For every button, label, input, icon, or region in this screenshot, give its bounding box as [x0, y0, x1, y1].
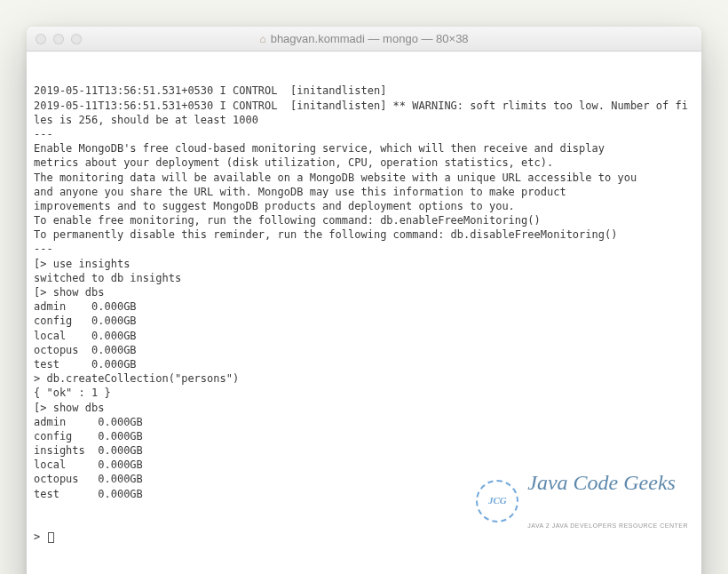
window-title: ⌂ bhagvan.kommadi — mongo — 80×38	[27, 32, 701, 45]
prompt-symbol: >	[34, 530, 46, 543]
watermark-logo-icon: JCG	[476, 480, 518, 522]
terminal-body[interactable]: 2019-05-11T13:56:51.531+0530 I CONTROL […	[27, 52, 701, 574]
terminal-line: The monitoring data will be available on…	[34, 171, 694, 185]
terminal-line: [> use insights	[34, 257, 694, 271]
terminal-line: config 0.000GB	[34, 429, 694, 443]
minimize-icon[interactable]	[53, 34, 64, 44]
watermark-text: Java Code Geeks Java 2 Java Developers R…	[527, 442, 688, 559]
terminal-line: ---	[34, 127, 694, 141]
watermark-main: Java Code Geeks	[527, 472, 688, 493]
watermark-sub: Java 2 Java Developers Resource Center	[527, 522, 688, 530]
cursor-icon	[48, 532, 54, 543]
traffic-lights	[36, 34, 82, 44]
home-icon: ⌂	[259, 33, 265, 45]
terminal-line: ---	[34, 242, 694, 256]
watermark: JCG Java Code Geeks Java 2 Java Develope…	[476, 442, 688, 559]
title-label: bhagvan.kommadi — mongo — 80×38	[271, 32, 469, 45]
terminal-line: [> show dbs	[34, 285, 694, 299]
terminal-line: local 0.000GB	[34, 329, 694, 343]
terminal-line: test 0.000GB	[34, 357, 694, 371]
terminal-window: ⌂ bhagvan.kommadi — mongo — 80×38 2019-0…	[27, 27, 701, 574]
terminal-line: 2019-05-11T13:56:51.531+0530 I CONTROL […	[34, 84, 694, 98]
close-icon[interactable]	[36, 34, 46, 44]
titlebar[interactable]: ⌂ bhagvan.kommadi — mongo — 80×38	[27, 27, 701, 52]
terminal-line: octopus 0.000GB	[34, 343, 694, 357]
terminal-line: admin 0.000GB	[34, 299, 694, 314]
terminal-line: metrics about your deployment (disk util…	[34, 155, 694, 170]
terminal-line: { "ok" : 1 }	[34, 386, 694, 400]
terminal-line: improvements and to suggest MongoDB prod…	[34, 199, 694, 213]
terminal-line: 2019-05-11T13:56:51.531+0530 I CONTROL […	[34, 99, 694, 127]
maximize-icon[interactable]	[71, 34, 82, 44]
terminal-line: and anyone you share the URL with. Mongo…	[34, 185, 694, 199]
terminal-line: config 0.000GB	[34, 314, 694, 328]
terminal-line: To enable free monitoring, run the follo…	[34, 213, 694, 227]
terminal-line: admin 0.000GB	[34, 415, 694, 429]
terminal-line: Enable MongoDB's free cloud-based monito…	[34, 141, 694, 155]
terminal-line: [> show dbs	[34, 401, 694, 415]
terminal-line: switched to db insights	[34, 271, 694, 285]
terminal-line: > db.createCollection("persons")	[34, 371, 694, 386]
terminal-line: To permanently disable this reminder, ru…	[34, 227, 694, 242]
